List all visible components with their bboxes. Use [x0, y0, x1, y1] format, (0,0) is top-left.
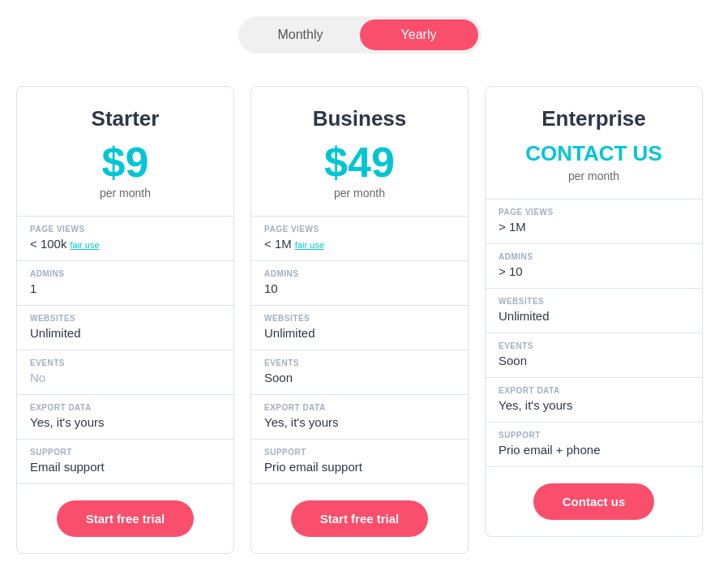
- plan-price-starter: $9: [33, 141, 217, 183]
- feature-row-starter-1: ADMINS1: [17, 261, 233, 306]
- plan-price-business: $49: [267, 141, 452, 183]
- plans-container: Starter$9per monthPAGE VIEWS< 100kfair u…: [16, 86, 703, 554]
- feature-label-starter-2: WEBSITES: [30, 314, 220, 323]
- feature-value-starter-5: Email support: [30, 460, 105, 474]
- feature-label-business-4: EXPORT DATA: [264, 403, 455, 412]
- feature-row-business-4: EXPORT DATAYes, it's yours: [251, 395, 468, 440]
- feature-row-business-5: SUPPORTPrio email support: [251, 440, 468, 484]
- feature-label-business-0: PAGE VIEWS: [264, 225, 455, 234]
- feature-row-starter-4: EXPORT DATAYes, it's yours: [17, 395, 233, 440]
- feature-row-business-1: ADMINS10: [251, 261, 468, 306]
- feature-label-business-1: ADMINS: [264, 269, 455, 278]
- plan-card-business: Business$49per monthPAGE VIEWS< 1Mfair u…: [250, 86, 469, 554]
- feature-value-starter-1: 1: [30, 281, 36, 295]
- feature-value-business-4: Yes, it's yours: [264, 415, 339, 429]
- plan-name-enterprise: Enterprise: [502, 106, 686, 131]
- yearly-toggle-btn[interactable]: Yearly: [360, 19, 478, 50]
- feature-label-starter-5: SUPPORT: [30, 448, 220, 457]
- feature-row-enterprise-0: PAGE VIEWS> 1M: [486, 200, 702, 244]
- feature-label-business-5: SUPPORT: [264, 448, 455, 457]
- feature-row-starter-2: WEBSITESUnlimited: [17, 306, 233, 350]
- feature-value-enterprise-3: Soon: [499, 354, 527, 367]
- fair-use-link-business-0[interactable]: fair use: [295, 240, 324, 250]
- feature-label-business-2: WEBSITES: [264, 314, 455, 323]
- plan-card-starter: Starter$9per monthPAGE VIEWS< 100kfair u…: [16, 86, 234, 554]
- feature-value-starter-4: Yes, it's yours: [30, 415, 105, 429]
- plan-name-business: Business: [267, 106, 452, 131]
- feature-row-enterprise-5: SUPPORTPrio email + phone: [486, 423, 702, 467]
- feature-value-enterprise-1: > 10: [499, 264, 523, 278]
- feature-row-enterprise-4: EXPORT DATAYes, it's yours: [486, 378, 702, 423]
- feature-value-starter-2: Unlimited: [30, 326, 81, 340]
- feature-label-enterprise-4: EXPORT DATA: [499, 386, 689, 395]
- feature-value-business-1: 10: [264, 281, 278, 295]
- feature-value-business-0: < 1M: [264, 237, 292, 251]
- cta-container-enterprise: Contact us: [486, 467, 702, 536]
- feature-value-starter-0: < 100k: [30, 237, 66, 251]
- billing-toggle: Monthly Yearly: [238, 16, 481, 54]
- plan-contact-enterprise: CONTACT US: [502, 141, 686, 166]
- plan-header-business: Business$49per month: [251, 87, 468, 217]
- feature-label-business-3: EVENTS: [264, 358, 455, 367]
- cta-container-business: Start free trial: [251, 484, 468, 553]
- feature-label-enterprise-2: WEBSITES: [499, 297, 689, 306]
- feature-label-starter-4: EXPORT DATA: [30, 403, 220, 412]
- fair-use-link-starter-0[interactable]: fair use: [70, 240, 99, 250]
- feature-value-business-5: Prio email support: [264, 460, 362, 474]
- feature-row-starter-5: SUPPORTEmail support: [17, 440, 233, 484]
- feature-value-enterprise-2: Unlimited: [499, 309, 550, 323]
- feature-label-enterprise-3: EVENTS: [499, 341, 689, 350]
- plan-period-business: per month: [267, 187, 452, 200]
- plan-header-enterprise: EnterpriseCONTACT USper month: [486, 87, 702, 200]
- feature-row-enterprise-2: WEBSITESUnlimited: [486, 289, 702, 333]
- feature-label-enterprise-0: PAGE VIEWS: [499, 208, 689, 217]
- feature-label-enterprise-1: ADMINS: [499, 252, 689, 261]
- feature-value-business-2: Unlimited: [264, 326, 315, 340]
- feature-label-starter-1: ADMINS: [30, 269, 220, 278]
- cta-button-business[interactable]: Start free trial: [291, 500, 429, 537]
- plan-header-starter: Starter$9per month: [17, 87, 233, 217]
- feature-row-business-3: EVENTSSoon: [251, 350, 468, 395]
- feature-row-business-2: WEBSITESUnlimited: [251, 306, 468, 350]
- feature-value-enterprise-5: Prio email + phone: [499, 443, 601, 457]
- feature-row-starter-0: PAGE VIEWS< 100kfair use: [17, 217, 233, 261]
- feature-label-enterprise-5: SUPPORT: [499, 431, 689, 440]
- monthly-toggle-btn[interactable]: Monthly: [242, 19, 360, 50]
- plan-name-starter: Starter: [33, 106, 217, 131]
- feature-value-enterprise-0: > 1M: [499, 220, 526, 234]
- feature-value-starter-3: No: [30, 371, 45, 384]
- feature-row-enterprise-1: ADMINS> 10: [486, 244, 702, 289]
- feature-label-starter-3: EVENTS: [30, 358, 220, 367]
- cta-button-starter[interactable]: Start free trial: [57, 500, 195, 537]
- feature-value-business-3: Soon: [264, 371, 293, 384]
- cta-container-starter: Start free trial: [17, 484, 233, 553]
- plan-period-starter: per month: [33, 187, 217, 200]
- feature-row-enterprise-3: EVENTSSoon: [486, 333, 702, 378]
- feature-row-business-0: PAGE VIEWS< 1Mfair use: [251, 217, 468, 261]
- feature-row-starter-3: EVENTSNo: [17, 350, 233, 395]
- feature-label-starter-0: PAGE VIEWS: [30, 225, 220, 234]
- feature-value-enterprise-4: Yes, it's yours: [499, 398, 573, 412]
- plan-period-enterprise: per month: [502, 170, 686, 182]
- plan-card-enterprise: EnterpriseCONTACT USper monthPAGE VIEWS>…: [485, 86, 703, 537]
- cta-button-enterprise[interactable]: Contact us: [533, 483, 655, 520]
